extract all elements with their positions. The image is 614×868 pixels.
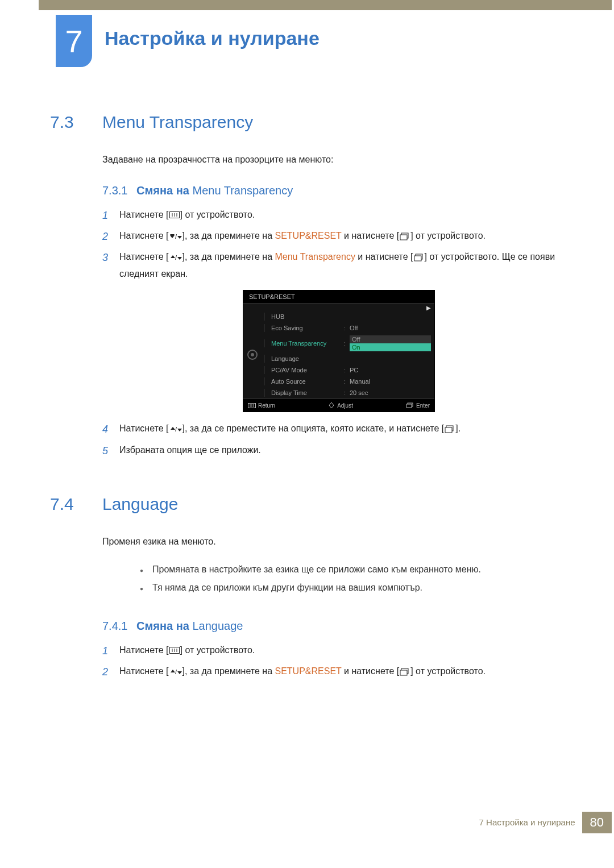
subsection-bold: Смяна на xyxy=(136,184,192,197)
subsection-7-3-1: 7.3.1 Смяна на Menu Transparency xyxy=(102,184,575,197)
svg-rect-9 xyxy=(414,256,421,261)
osd-row: HUB xyxy=(262,311,431,322)
step-number: 2 xyxy=(102,663,119,682)
step-number: 4 xyxy=(102,420,119,439)
section-number: 7.4 xyxy=(50,495,102,514)
step-5: 5 Избраната опция ще се приложи. xyxy=(102,442,575,460)
menu-icon xyxy=(169,211,180,218)
menu-icon xyxy=(169,647,180,654)
updown-icon: / xyxy=(169,668,182,675)
chapter-header: 7 Настройка и нулиране xyxy=(50,15,575,67)
subsection-bold: Смяна на xyxy=(136,620,192,632)
section-7-4: 7.4 Language xyxy=(50,495,575,514)
subsection-number: 7.4.1 xyxy=(102,620,127,632)
section-7-3: 7.3 Menu Transparency xyxy=(50,113,575,132)
page: 7 Настройка и нулиране 7.3 Menu Transpar… xyxy=(0,15,614,833)
updown-icon: / xyxy=(169,233,182,240)
footer-page-number: 80 xyxy=(582,812,612,833)
osd-scroll-arrow: ▶ xyxy=(243,304,434,311)
step-text: Натиснете [] от устройството. xyxy=(119,206,255,223)
section-intro: Задаване на прозрачността на прозорците … xyxy=(102,152,575,167)
enter-icon xyxy=(445,425,455,433)
enter-icon xyxy=(400,668,410,676)
step-2: 2 Натиснете [/], за да преминете на SETU… xyxy=(102,663,575,682)
chapter-badge: 7 xyxy=(56,15,92,67)
osd-row: Menu Transparency:OffOn xyxy=(262,334,431,353)
footer-chapter: 7 Настройка и нулиране xyxy=(472,812,582,833)
steps-7-3-1: 1 Натиснете [] от устройството. 2 Натисн… xyxy=(102,206,575,460)
svg-point-11 xyxy=(251,353,254,356)
svg-text:/: / xyxy=(175,254,177,261)
subsection-reg: Menu Transparency xyxy=(192,184,293,197)
steps-7-4-1: 1 Натиснете [] от устройството. 2 Натисн… xyxy=(102,642,575,682)
subsection-7-4-1: 7.4.1 Смяна на Language xyxy=(102,620,575,633)
osd-gear-icon xyxy=(243,311,262,398)
subsection-reg: Language xyxy=(192,620,243,632)
osd-return: Return xyxy=(248,402,275,409)
step-text: Натиснете [] от устройството. xyxy=(119,642,255,659)
osd-row: PC/AV Mode:PC xyxy=(262,364,431,376)
step-1: 1 Натиснете [] от устройството. xyxy=(102,642,575,661)
svg-rect-20 xyxy=(445,427,452,433)
osd-row: Language xyxy=(262,353,431,364)
note-item: ●Промяната в настройките за езика ще се … xyxy=(140,560,575,579)
svg-rect-6 xyxy=(400,235,407,240)
osd-title: SETUP&RESET xyxy=(243,290,434,304)
osd-adjust: Adjust xyxy=(328,402,353,409)
step-text: Избраната опция ще се приложи. xyxy=(119,442,261,459)
step-text: Натиснете [/], за да преминете на SETUP&… xyxy=(119,663,486,680)
notes-list: ●Промяната в настройките за езика ще се … xyxy=(140,560,575,597)
step-number: 5 xyxy=(102,442,119,460)
step-text: Натиснете [/], за да преминете на SETUP&… xyxy=(119,227,486,244)
section-title: Menu Transparency xyxy=(102,113,253,132)
step-number: 1 xyxy=(102,642,119,661)
top-stripe xyxy=(39,0,612,10)
chapter-title: Настройка и нулиране xyxy=(105,27,320,49)
section-intro: Променя езика на менюто. xyxy=(102,534,575,549)
osd-footer: Return Adjust Enter xyxy=(243,398,434,412)
svg-rect-27 xyxy=(400,670,407,675)
enter-icon xyxy=(400,232,410,240)
osd-row: Display Time:20 sec xyxy=(262,387,431,398)
svg-text:/: / xyxy=(175,668,177,675)
subsection-number: 7.3.1 xyxy=(102,184,127,197)
step-number: 2 xyxy=(102,227,119,246)
step-number: 3 xyxy=(102,248,119,267)
step-3: 3 Натиснете [/], за да преминете на Menu… xyxy=(102,248,575,282)
step-text: Натиснете [/], за да преминете на Menu T… xyxy=(119,248,575,282)
step-2: 2 Натиснете [/], за да преминете на SETU… xyxy=(102,227,575,246)
note-item: ●Тя няма да се приложи към други функции… xyxy=(140,579,575,597)
step-1: 1 Натиснете [] от устройството. xyxy=(102,206,575,225)
step-text: Натиснете [/], за да се преместите на оп… xyxy=(119,420,460,437)
osd-screenshot: SETUP&RESET ▶ HUBEco Saving:OffMenu Tran… xyxy=(243,290,435,412)
svg-text:/: / xyxy=(175,426,177,433)
step-4: 4 Натиснете [/], за да се преместите на … xyxy=(102,420,575,439)
updown-icon: / xyxy=(169,254,182,261)
osd-row: Eco Saving:Off xyxy=(262,322,431,334)
enter-icon xyxy=(414,254,424,261)
section-title: Language xyxy=(102,495,178,514)
svg-rect-17 xyxy=(406,404,412,408)
section-number: 7.3 xyxy=(50,113,102,132)
svg-text:/: / xyxy=(175,233,177,240)
page-footer: 7 Настройка и нулиране 80 xyxy=(472,812,612,833)
osd-row: Auto Source:Manual xyxy=(262,376,431,387)
step-number: 1 xyxy=(102,206,119,225)
updown-icon: / xyxy=(169,426,182,433)
osd-enter: Enter xyxy=(406,402,430,409)
